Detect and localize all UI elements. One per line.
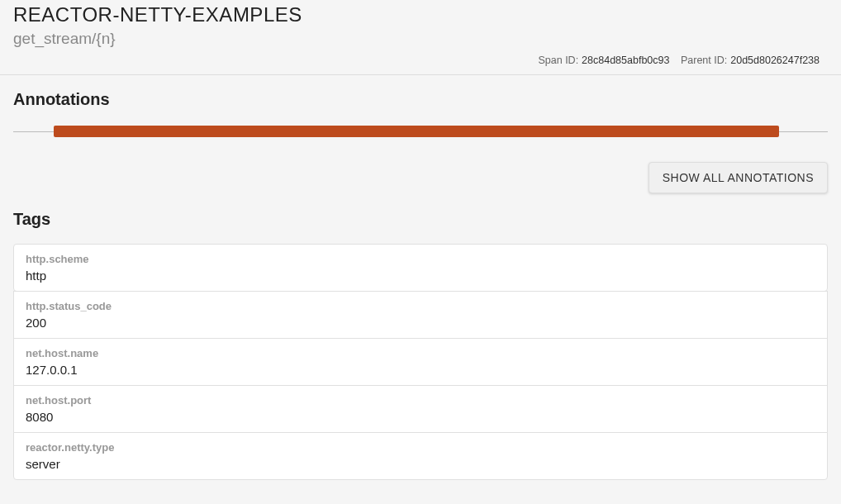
span-id-label: Span ID: <box>538 55 578 66</box>
annotations-section: Annotations SHOW ALL ANNOTATIONS <box>0 90 841 193</box>
service-name: REACTOR-NETTY-EXAMPLES <box>13 3 828 26</box>
tag-item: reactor.netty.type server <box>13 432 828 480</box>
tag-item: http.status_code 200 <box>13 291 828 339</box>
header: REACTOR-NETTY-EXAMPLES get_stream/{n} Sp… <box>0 0 841 75</box>
parent-id-label: Parent ID: <box>681 55 727 66</box>
timeline-span-bar[interactable] <box>54 126 779 137</box>
tag-item: http.scheme http <box>13 244 828 292</box>
tag-value: 200 <box>26 316 815 330</box>
tags-section: Tags http.scheme http http.status_code 2… <box>0 210 841 480</box>
timeline <box>13 126 828 137</box>
annotations-title: Annotations <box>13 90 828 109</box>
show-all-annotations-button[interactable]: SHOW ALL ANNOTATIONS <box>649 162 828 193</box>
tag-value: server <box>26 457 815 471</box>
ids-row: Span ID:28c84d85abfb0c93 Parent ID:20d5d… <box>13 55 828 66</box>
tag-value: http <box>26 269 815 283</box>
tag-key: http.status_code <box>26 300 815 312</box>
tag-item: net.host.port 8080 <box>13 385 828 433</box>
tag-item: net.host.name 127.0.0.1 <box>13 338 828 386</box>
tag-key: reactor.netty.type <box>26 441 815 454</box>
span-name: get_stream/{n} <box>13 30 828 48</box>
tag-key: net.host.name <box>26 347 815 359</box>
tag-key: net.host.port <box>26 394 815 407</box>
parent-id-value: 20d5d8026247f238 <box>730 55 820 66</box>
button-row: SHOW ALL ANNOTATIONS <box>13 162 828 193</box>
tag-key: http.scheme <box>26 253 815 265</box>
tag-value: 8080 <box>26 410 815 424</box>
tags-title: Tags <box>13 210 828 229</box>
tags-list: http.scheme http http.status_code 200 ne… <box>13 244 828 480</box>
span-id-value: 28c84d85abfb0c93 <box>582 55 669 66</box>
tag-value: 127.0.0.1 <box>26 363 815 377</box>
